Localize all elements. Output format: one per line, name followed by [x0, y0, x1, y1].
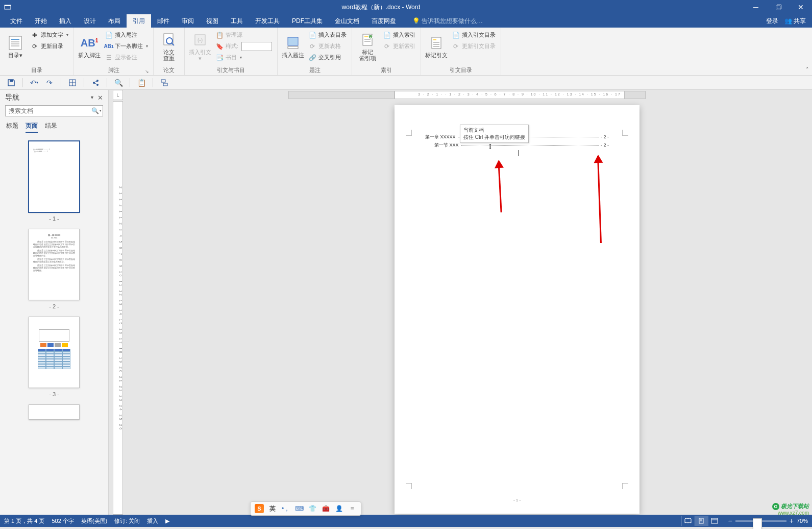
- print-preview-button[interactable]: 🔍: [112, 77, 125, 89]
- collapse-ribbon-icon[interactable]: ˄: [806, 66, 809, 73]
- ime-toolbar[interactable]: S 英 •， ⌨ 👕 🧰 👤 ≡: [250, 501, 361, 516]
- show-notes-button[interactable]: ☰显示备注: [103, 52, 150, 63]
- vertical-ruler[interactable]: 2 1 1 2 1 1 2 3 4 5 6 7 8 9 10 11 12 13 …: [113, 101, 123, 515]
- tab-tools[interactable]: 工具: [225, 14, 249, 28]
- view-print-layout[interactable]: [695, 516, 708, 526]
- display-options-icon[interactable]: [0, 4, 15, 11]
- ime-keyboard-icon[interactable]: ⌨: [294, 504, 304, 513]
- zoom-in-button[interactable]: +: [790, 517, 794, 525]
- login-link[interactable]: 登录: [766, 17, 778, 26]
- horizontal-ruler[interactable]: 3 · 2 · 1 · · 1 · 2 · 3 · 4 · 5 · 6 · 7 …: [395, 91, 645, 99]
- update-index-icon: ⟳: [383, 42, 391, 51]
- nav-tab-headings[interactable]: 标题: [6, 122, 18, 133]
- tab-references[interactable]: 引用: [127, 14, 151, 28]
- search-icon[interactable]: 🔍▾: [89, 106, 103, 116]
- tab-mailings[interactable]: 邮件: [151, 14, 176, 28]
- toc-button[interactable]: 目录▾: [3, 30, 28, 63]
- cross-ref-button[interactable]: 🔗交叉引用: [306, 52, 349, 63]
- maximize-button[interactable]: [767, 0, 790, 14]
- footnotes-dialog-launcher[interactable]: ↘: [145, 69, 149, 74]
- ime-skin-icon[interactable]: 👕: [308, 504, 317, 513]
- table-button[interactable]: [66, 77, 79, 89]
- update-toa-button[interactable]: ⟳更新引文目录: [450, 41, 498, 52]
- ime-settings-icon[interactable]: ≡: [348, 504, 357, 513]
- nav-tab-results[interactable]: 结果: [45, 122, 57, 133]
- document-area[interactable]: L 2 1 1 2 1 1 2 3 4 5 6 7 8 9 10 11 12 1…: [109, 90, 812, 515]
- mark-citation-button[interactable]: 标记引文: [424, 30, 449, 63]
- close-button[interactable]: ✕: [790, 0, 812, 14]
- thumbnail-page-3[interactable]: [29, 317, 80, 388]
- redo-button[interactable]: ↷: [43, 77, 56, 89]
- bibliography-button[interactable]: 📑书目▾: [213, 52, 274, 63]
- paste-button[interactable]: 📋: [135, 77, 147, 89]
- ime-lang-indicator[interactable]: 英: [268, 504, 277, 513]
- thumbnail-page-2[interactable]: 第一章 XXXXX XX XXX 这里是正文段落示例文字用于显示页面缩略图内容这…: [29, 229, 80, 300]
- view-web-layout[interactable]: [708, 516, 721, 526]
- tab-home[interactable]: 开始: [29, 14, 53, 28]
- lookup-button[interactable]: 论文 查重: [157, 30, 181, 63]
- minimize-button[interactable]: ─: [745, 0, 767, 14]
- search-input[interactable]: [6, 106, 89, 116]
- add-text-button[interactable]: ✚添加文字▾: [29, 30, 70, 40]
- tab-baidu[interactable]: 百度网盘: [365, 14, 402, 28]
- nav-close-button[interactable]: ✕: [97, 94, 103, 102]
- tab-file[interactable]: 文件: [4, 14, 29, 28]
- zoom-percent[interactable]: 70%: [797, 518, 808, 524]
- insert-index-button[interactable]: 📄插入索引: [381, 30, 417, 40]
- save-button[interactable]: [5, 77, 17, 89]
- ime-account-icon[interactable]: 👤: [334, 504, 343, 513]
- status-insert-mode[interactable]: 插入: [147, 517, 158, 525]
- style-combo[interactable]: 🔖样式:: [213, 41, 274, 52]
- tab-review[interactable]: 审阅: [176, 14, 200, 28]
- tab-layout[interactable]: 布局: [102, 14, 127, 28]
- status-track-changes[interactable]: 修订: 关闭: [114, 517, 140, 525]
- thumbnail-page-1[interactable]: 第一章 XXXXX ........... 2 第一节 XXX ........…: [29, 141, 80, 212]
- status-language[interactable]: 英语(美国): [81, 517, 107, 525]
- nav-tab-pages[interactable]: 页面: [26, 122, 38, 133]
- ruler-corner[interactable]: L: [113, 90, 123, 100]
- insert-footnote-button[interactable]: AB1 插入脚注: [77, 30, 102, 63]
- next-footnote-button[interactable]: AB1下一条脚注▾: [103, 41, 150, 52]
- nav-search-box[interactable]: 🔍▾: [5, 105, 103, 116]
- update-toc-button[interactable]: ⟳更新目录: [29, 41, 70, 52]
- status-word-count[interactable]: 502 个字: [52, 517, 73, 525]
- update-index-button[interactable]: ⟳更新索引: [381, 41, 417, 52]
- ime-toolbox-icon[interactable]: 🧰: [321, 504, 330, 513]
- zoom-slider[interactable]: [735, 520, 786, 522]
- hyperlink-tooltip: 当前文档 按住 Ctrl 并单击可访问链接: [460, 125, 529, 143]
- insert-endnote-button[interactable]: 📄插入尾注: [103, 30, 150, 40]
- document-page[interactable]: 第一章 XXXXX - 2 - 第一节 XXX - 2 - 当前文档 按住 Ct…: [395, 105, 639, 514]
- mark-entry-button[interactable]: + 标记 索引项: [355, 30, 380, 63]
- insert-toa-button[interactable]: 📄插入引文目录: [450, 30, 498, 40]
- insert-caption-button[interactable]: 插入题注: [281, 30, 305, 63]
- status-macro-icon[interactable]: ▶: [165, 518, 169, 524]
- crop-mark: [622, 130, 628, 136]
- view-read-mode[interactable]: [681, 516, 695, 526]
- ime-punct-icon[interactable]: •，: [281, 504, 290, 513]
- tab-kingsoft[interactable]: 金山文档: [329, 14, 365, 28]
- thumbnail-page-4[interactable]: [29, 404, 80, 420]
- nav-dropdown-icon[interactable]: ▼: [90, 95, 94, 100]
- tab-developer[interactable]: 开发工具: [249, 14, 286, 28]
- share-qat-button[interactable]: [89, 77, 102, 89]
- tell-me-input[interactable]: 💡 告诉我您想要做什么…: [402, 17, 483, 26]
- undo-button[interactable]: ↶▾: [28, 77, 40, 89]
- workspace: 导航 ▼ ✕ 🔍▾ 标题 页面 结果 第一章 XXXXX ...........…: [0, 90, 812, 515]
- insert-citation-button[interactable]: (-) 插入引文▾: [188, 30, 212, 63]
- share-button[interactable]: 👥 共享: [784, 17, 806, 26]
- tab-design[interactable]: 设计: [78, 14, 102, 28]
- update-table-button[interactable]: ⟳更新表格: [306, 41, 349, 52]
- update-table-icon: ⟳: [308, 42, 316, 51]
- insert-tof-button[interactable]: 📄插入表目录: [306, 30, 349, 40]
- manage-sources-button[interactable]: 📋管理源: [213, 30, 274, 40]
- zoom-out-button[interactable]: −: [728, 517, 732, 525]
- sogou-logo-icon[interactable]: S: [255, 504, 264, 513]
- svg-rect-37: [163, 83, 167, 86]
- page-break-button[interactable]: [158, 77, 170, 89]
- status-page[interactable]: 第 1 页，共 4 页: [4, 517, 44, 525]
- tab-view[interactable]: 视图: [200, 14, 225, 28]
- group-footnotes: AB1 插入脚注 📄插入尾注 AB1下一条脚注▾ ☰显示备注 脚注↘: [74, 28, 154, 75]
- tab-pdf[interactable]: PDF工具集: [286, 14, 329, 28]
- zoom-control: − + 70%: [728, 517, 808, 525]
- tab-insert[interactable]: 插入: [53, 14, 78, 28]
